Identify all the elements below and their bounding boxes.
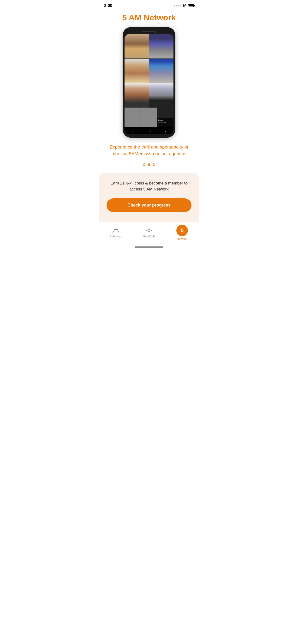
network-icon: 5: [176, 225, 188, 236]
wifi-icon: [182, 4, 186, 8]
svg-point-3: [148, 229, 150, 232]
overlay-dots: · · · · · ·: [158, 124, 173, 126]
phone-nav-recent: ‹: [165, 129, 166, 133]
phone-nav-back: |||: [132, 129, 134, 133]
check-progress-button[interactable]: Check your progress: [106, 198, 192, 212]
phone-nav-bar: ||| ○ ‹: [124, 127, 174, 134]
svg-line-8: [147, 228, 147, 229]
video-cell-5: [124, 83, 149, 108]
network-label: Network: [177, 237, 187, 240]
phone-mockup-container: Dhana shree 5am · · · · · · ||| ○ ‹: [99, 27, 199, 138]
phone-camera: [154, 31, 156, 33]
phone-screen: Dhana shree 5am · · · · · · ||| ○ ‹: [124, 34, 174, 134]
description-text: Experience the thrill and spontaneity of…: [99, 144, 199, 158]
nav-item-5amclub[interactable]: 5amClub: [132, 227, 166, 238]
signal-icon: [174, 5, 181, 6]
name-overlay: Dhana shree 5am · · · · · ·: [158, 118, 174, 126]
5amclub-label: 5amClub: [143, 235, 155, 238]
video-bottom-row: Dhana shree 5am · · · · · ·: [124, 108, 174, 127]
phone-nav-home: ○: [149, 129, 151, 133]
status-icons: [174, 4, 194, 8]
svg-point-2: [116, 228, 118, 230]
bottom-navigation: Subgroup 5amClub 5 Network: [99, 222, 199, 245]
video-cell-name: Dhana shree 5am · · · · · ·: [158, 108, 174, 127]
subgroup-label: Subgroup: [110, 235, 122, 238]
status-bar: 2:00: [99, 0, 199, 10]
video-cell-3: [124, 59, 149, 83]
nav-item-network[interactable]: 5 Network: [166, 225, 199, 240]
page-title: 5 AM Network: [99, 13, 199, 22]
svg-line-11: [147, 232, 147, 232]
dot-1: [143, 164, 145, 166]
svg-point-1: [114, 228, 116, 230]
earn-text: Earn 21 ब्रह्मा coins & become a member …: [106, 180, 192, 192]
svg-line-10: [151, 228, 151, 229]
video-cell-7: [124, 108, 140, 127]
page-dots-indicator: [99, 164, 199, 166]
nav-item-subgroup[interactable]: Subgroup: [99, 227, 132, 238]
video-cell-2: [149, 34, 174, 58]
svg-point-0: [184, 7, 185, 8]
video-cell-8: [141, 108, 157, 127]
status-time: 2:00: [104, 3, 112, 8]
phone-notch-area: [124, 31, 174, 32]
phone-mockup: Dhana shree 5am · · · · · · ||| ○ ‹: [123, 27, 175, 138]
video-cell-4: [149, 59, 174, 83]
video-cell-1: [124, 34, 149, 58]
svg-line-9: [151, 232, 151, 232]
overlay-name: Dhana shree 5am: [158, 119, 173, 124]
dot-3: [153, 164, 155, 166]
dot-2: [148, 164, 150, 166]
subgroup-icon: [112, 227, 119, 234]
video-cell-6: [149, 83, 174, 108]
video-grid: [124, 34, 174, 108]
battery-icon: [188, 4, 194, 7]
phone-notch: [142, 31, 156, 32]
bottom-card: Earn 21 ब्रह्मा coins & become a member …: [99, 173, 199, 222]
home-indicator: [135, 246, 163, 248]
5amclub-icon: [146, 227, 152, 234]
